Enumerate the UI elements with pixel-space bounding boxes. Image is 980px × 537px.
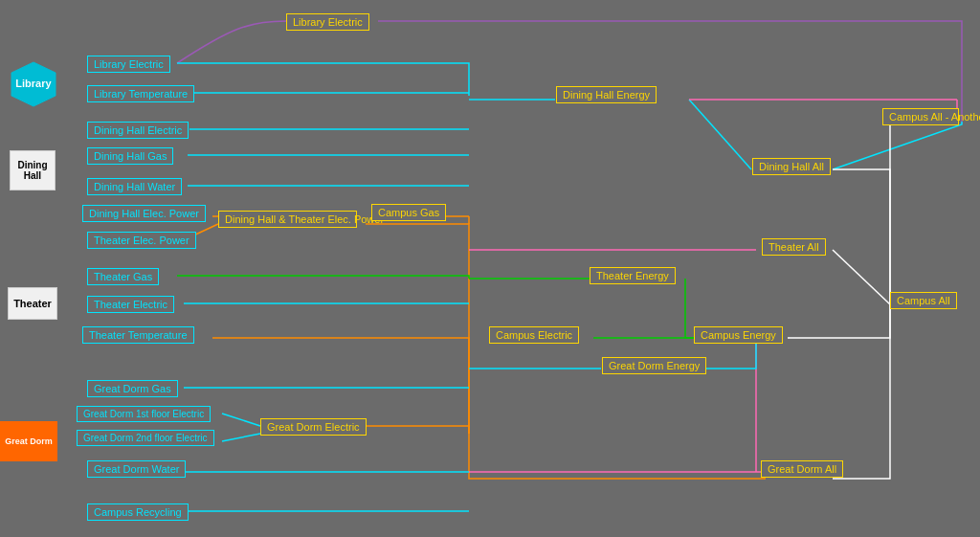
node-campus-electric: Campus Electric bbox=[489, 326, 579, 344]
svg-text:Library: Library bbox=[15, 78, 52, 89]
node-great-dorm-energy: Great Dorm Energy bbox=[602, 357, 706, 374]
entity-theater: Theater Gas Theater bbox=[8, 287, 57, 320]
node-great-dorm-1st: Great Dorm 1st floor Electric bbox=[77, 406, 211, 422]
node-theater-electric: Theater Electric bbox=[87, 296, 174, 313]
node-great-dorm-electric: Great Dorm Electric bbox=[260, 418, 367, 436]
node-dining-hall-theater-elec-power: Dining Hall & Theater Elec. Power bbox=[218, 211, 357, 228]
node-theater-elec-power: Theater Elec. Power bbox=[87, 232, 196, 249]
node-campus-energy: Campus Energy bbox=[694, 326, 783, 344]
node-library-electric-top: Library Electric bbox=[286, 13, 369, 31]
entity-library: Library bbox=[10, 60, 57, 108]
entity-great-dorm: Great Dorm bbox=[0, 421, 57, 461]
node-theater-gas: Theater Gas bbox=[87, 268, 159, 285]
node-library-electric: Library Electric bbox=[87, 56, 170, 73]
node-theater-all: Theater All bbox=[762, 238, 826, 256]
entity-dining-hall: Dining Hall bbox=[10, 150, 56, 190]
node-great-dorm-gas: Great Dorm Gas bbox=[87, 380, 178, 397]
node-theater-temperature: Theater Temperature bbox=[82, 326, 194, 344]
node-campus-all: Campus All bbox=[890, 292, 957, 309]
node-great-dorm-water: Great Dorm Water bbox=[87, 460, 186, 478]
node-dining-hall-elec-power: Dining Hall Elec. Power bbox=[82, 205, 206, 222]
node-dining-hall-water: Dining Hall Water bbox=[87, 178, 182, 195]
node-campus-gas: Campus Gas bbox=[371, 204, 446, 221]
node-campus-all-another: Campus All - Another bbox=[882, 108, 959, 125]
node-theater-energy: Theater Energy bbox=[590, 267, 676, 284]
node-dining-hall-energy: Dining Hall Energy bbox=[556, 86, 657, 103]
node-dining-hall-electric: Dining Hall Electric bbox=[87, 122, 189, 139]
node-dining-hall-all: Dining Hall All bbox=[752, 158, 831, 175]
node-great-dorm-2nd: Great Dorm 2nd floor Electric bbox=[77, 430, 214, 446]
node-great-dorm-all: Great Dorm All bbox=[761, 460, 843, 478]
node-library-temperature: Library Temperature bbox=[87, 85, 194, 102]
node-dining-hall-gas: Dining Hall Gas bbox=[87, 147, 173, 165]
node-campus-recycling: Campus Recycling bbox=[87, 503, 189, 521]
